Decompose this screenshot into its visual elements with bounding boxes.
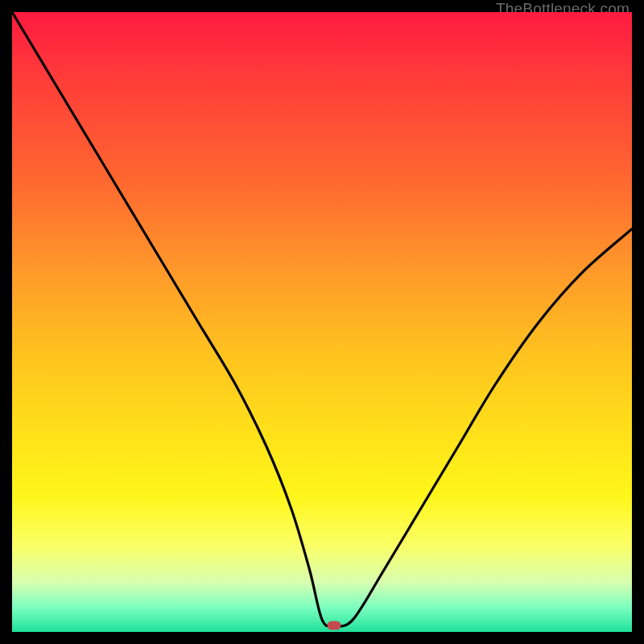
curve-svg [12,12,632,632]
chart-frame: TheBottleneck.com [0,0,644,644]
bottleneck-curve-path [12,12,632,626]
plot-area [12,12,632,632]
bottleneck-marker [328,621,341,630]
